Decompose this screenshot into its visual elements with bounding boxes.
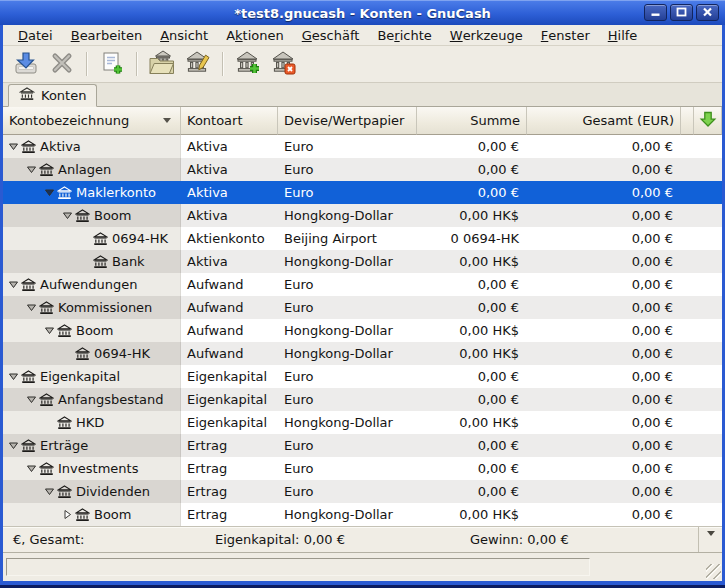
new-file-button[interactable] (95, 48, 129, 80)
column-header-comm[interactable]: Devise/Wertpapier (278, 107, 417, 135)
summary-equity-value: Eigenkapital: 0,00 € (215, 527, 345, 553)
column-select-button[interactable] (694, 107, 722, 135)
bank-icon (20, 370, 36, 384)
account-name-cell: Maklerkonto (3, 181, 181, 204)
column-header-name[interactable]: Kontobezeichnung (3, 107, 181, 135)
account-row-0694-hk[interactable]: 0694-HKAktienkontoBeijing Airport0 0694-… (3, 227, 722, 250)
commodity-cell: Euro (278, 296, 417, 319)
account-row-anfangsbestand[interactable]: AnfangsbestandEigenkapitalEuro0,00 €0,00… (3, 388, 722, 411)
menu-bar: DateiBearbeitenAnsichtAktionenGeschäftBe… (3, 25, 722, 46)
maximize-button[interactable] (670, 4, 693, 21)
commodity-cell: Hongkong-Dollar (278, 342, 417, 365)
menu-werkzeuge[interactable]: Werkzeuge (441, 25, 532, 45)
account-row-ertr-ge[interactable]: ErträgeErtragEuro0,00 €0,00 € (3, 434, 722, 457)
row-filler (681, 158, 722, 181)
row-filler (681, 411, 722, 434)
expander-open-icon[interactable] (25, 464, 38, 473)
expander-open-icon[interactable] (25, 303, 38, 312)
menu-geschft[interactable]: Geschäft (293, 25, 369, 45)
expander-open-icon[interactable] (61, 211, 74, 220)
save-icon (13, 50, 39, 79)
total-eur-cell: 0,00 € (527, 457, 681, 480)
bank-icon (38, 462, 54, 476)
edit-account-icon (185, 50, 211, 79)
expander-open-icon[interactable] (43, 188, 56, 197)
expander-open-icon[interactable] (7, 280, 20, 289)
summary-bar: €, Gesamt: Eigenkapital: 0,00 € Gewinn: … (3, 526, 722, 553)
account-type-cell: Aufwand (181, 319, 278, 342)
total-cell: 0,00 € (417, 457, 527, 480)
total-cell: 0 0694-HK (417, 227, 527, 250)
account-row-kommissionen[interactable]: KommissionenAufwandEuro0,00 €0,00 € (3, 296, 722, 319)
account-name: Boom (94, 507, 132, 522)
account-name-cell: Aktiva (3, 135, 181, 158)
edit-account-button[interactable] (181, 48, 215, 80)
menu-datei[interactable]: Datei (9, 25, 62, 45)
expander-open-icon[interactable] (43, 326, 56, 335)
column-header-total[interactable]: Summe (417, 107, 527, 135)
account-row-anlagen[interactable]: AnlagenAktivaEuro0,00 €0,00 € (3, 158, 722, 181)
account-row-bank[interactable]: BankAktivaHongkong-Dollar0,00 HK$0,00 € (3, 250, 722, 273)
expander-open-icon[interactable] (7, 372, 20, 381)
commodity-cell: Euro (278, 388, 417, 411)
account-name-cell: Dividenden (3, 480, 181, 503)
account-type-cell: Aktiva (181, 204, 278, 227)
account-row-boom[interactable]: BoomAufwandHongkong-Dollar0,00 HK$0,00 € (3, 319, 722, 342)
minimize-button[interactable] (644, 4, 667, 21)
menu-hilfe[interactable]: Hilfe (599, 25, 647, 45)
sort-descending-icon (163, 118, 171, 123)
add-account-button[interactable] (231, 48, 265, 80)
account-row-maklerkonto[interactable]: MaklerkontoAktivaEuro0,00 €0,00 € (3, 181, 722, 204)
gnucash-window: *test8.gnucash - Konten - GnuCash DateiB… (0, 0, 725, 588)
account-name-cell: Anfangsbestand (3, 388, 181, 411)
account-name: Anfangsbestand (58, 392, 164, 407)
window-controls (644, 4, 719, 21)
delete-account-button[interactable] (267, 48, 301, 80)
account-name-cell: Investments (3, 457, 181, 480)
menu-aktionen[interactable]: Aktionen (217, 25, 293, 45)
resize-grip[interactable] (706, 564, 721, 579)
account-name-cell: Boom (3, 204, 181, 227)
save-button[interactable] (9, 48, 43, 80)
total-eur-cell: 0,00 € (527, 273, 681, 296)
column-header-eur[interactable]: Gesamt (EUR) (527, 107, 681, 135)
total-cell: 0,00 € (417, 296, 527, 319)
account-row-boom[interactable]: BoomErtragHongkong-Dollar0,00 HK$0,00 € (3, 503, 722, 526)
account-name: Aktiva (40, 139, 81, 154)
account-row-eigenkapital[interactable]: EigenkapitalEigenkapitalEuro0,00 €0,00 € (3, 365, 722, 388)
account-row-boom[interactable]: BoomAktivaHongkong-Dollar0,00 HK$0,00 € (3, 204, 722, 227)
expander-open-icon[interactable] (43, 487, 56, 496)
menu-fenster[interactable]: Fenster (532, 25, 599, 45)
account-name: HKD (76, 415, 104, 430)
close-button[interactable] (696, 4, 719, 21)
account-row-dividenden[interactable]: DividendenErtragEuro0,00 €0,00 € (3, 480, 722, 503)
menu-bearbeiten[interactable]: Bearbeiten (62, 25, 151, 45)
column-header-type[interactable]: Kontoart (181, 107, 278, 135)
account-row-hkd[interactable]: HKDEigenkapitalHongkong-Dollar0,00 HK$0,… (3, 411, 722, 434)
account-row-aktiva[interactable]: AktivaAktivaEuro0,00 €0,00 € (3, 135, 722, 158)
account-name-cell: 0694-HK (3, 227, 181, 250)
account-type-cell: Aktiva (181, 250, 278, 273)
expander-collapsed-icon[interactable] (61, 509, 74, 520)
total-eur-cell: 0,00 € (527, 411, 681, 434)
expander-open-icon[interactable] (25, 395, 38, 404)
menu-ansicht[interactable]: Ansicht (151, 25, 217, 45)
menu-berichte[interactable]: Berichte (368, 25, 440, 45)
total-eur-cell: 0,00 € (527, 227, 681, 250)
close-button[interactable] (45, 48, 79, 80)
account-row-0694-hk[interactable]: 0694-HKAufwandHongkong-Dollar0,00 HK$0,0… (3, 342, 722, 365)
column-header-label: Kontoart (187, 113, 243, 128)
expander-open-icon[interactable] (7, 142, 20, 151)
account-row-investments[interactable]: InvestmentsErtragEuro0,00 €0,00 € (3, 457, 722, 480)
expander-open-icon[interactable] (25, 165, 38, 174)
account-row-aufwendungen[interactable]: AufwendungenAufwandEuro0,00 €0,00 € (3, 273, 722, 296)
expander-open-icon[interactable] (7, 441, 20, 450)
commodity-cell: Euro (278, 457, 417, 480)
total-cell: 0,00 € (417, 480, 527, 503)
open-account-button[interactable] (145, 48, 179, 80)
status-bar (3, 553, 722, 581)
new-file-icon (99, 50, 125, 79)
total-eur-cell: 0,00 € (527, 434, 681, 457)
summary-options-button[interactable] (698, 527, 722, 552)
tab-konten[interactable]: Konten (8, 84, 97, 107)
